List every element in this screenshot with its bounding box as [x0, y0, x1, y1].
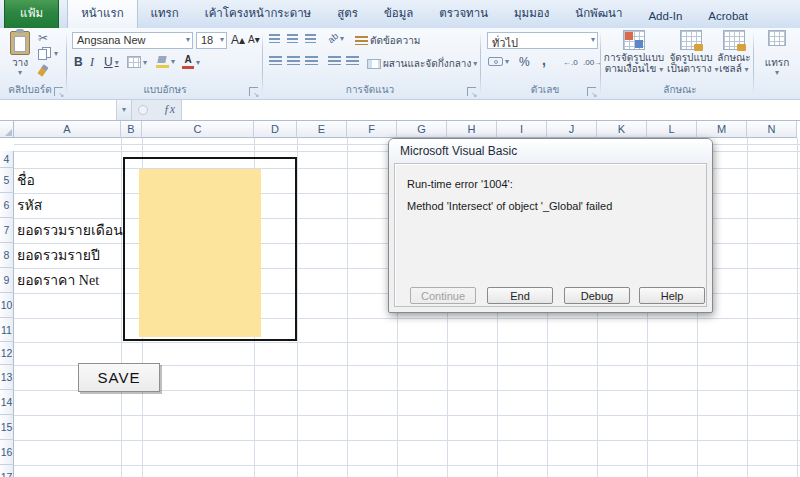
number-format-dropdown-icon[interactable]: ▾	[591, 35, 595, 44]
ribbon-tab-9[interactable]: Acrobat	[695, 5, 761, 28]
format-as-table-button[interactable]: จัดรูปแบบ เป็นตาราง ▾	[667, 30, 715, 75]
fill-color-button[interactable]: ▾	[156, 55, 175, 68]
row-header-6[interactable]: 6	[0, 193, 14, 218]
ribbon-tab-1[interactable]: แทรก	[138, 0, 192, 28]
ribbon-tab-3[interactable]: สูตร	[324, 0, 371, 28]
row-header-10[interactable]: 10	[0, 293, 14, 318]
row-header-14[interactable]: 14	[0, 390, 14, 415]
wrap-text-button[interactable]: ตัดข้อความ	[355, 33, 420, 48]
insert-function-icon[interactable]: ƒx	[164, 102, 175, 117]
column-header-K[interactable]: K	[597, 121, 647, 138]
dialog-button-debug[interactable]: Debug	[564, 287, 630, 304]
row-header-8[interactable]: 8	[0, 243, 14, 268]
column-header-E[interactable]: E	[297, 121, 347, 138]
ribbon-tab-7[interactable]: นักพัฒนา	[562, 0, 635, 28]
accounting-format-button[interactable]: ▾	[488, 57, 509, 66]
align-bottom-button[interactable]	[305, 34, 316, 43]
column-header-A[interactable]: A	[14, 121, 121, 138]
dialog-button-help[interactable]: Help	[639, 287, 705, 304]
row-header-4[interactable]: 4	[0, 151, 14, 168]
comma-style-button[interactable]: ,	[542, 52, 546, 68]
paste-button[interactable]: วาง ▾	[4, 31, 36, 77]
align-left-button[interactable]	[269, 56, 282, 65]
ribbon-tab-2[interactable]: เค้าโครงหน้ากระดาษ	[192, 0, 324, 28]
borders-dropdown-icon[interactable]: ▾	[143, 58, 147, 67]
orientation-dropdown-icon[interactable]: ▾	[340, 34, 344, 43]
underline-button[interactable]: U▾	[104, 55, 119, 69]
align-middle-button[interactable]	[287, 34, 298, 43]
font-color-button[interactable]: A ▾	[182, 55, 200, 69]
cell-A7-text[interactable]: ยอดรวมรายเดือน	[17, 218, 123, 243]
dialog-title[interactable]: Microsoft Visual Basic	[389, 139, 712, 163]
row-header-16[interactable]: 16	[0, 440, 14, 465]
font-dialog-launcher[interactable]: ↘	[249, 87, 258, 96]
dialog-button-end[interactable]: End	[487, 287, 553, 304]
cell-A6-text[interactable]: รหัส	[17, 193, 42, 218]
row-header-17[interactable]: 17	[0, 465, 14, 477]
accounting-dropdown-icon[interactable]: ▾	[505, 57, 509, 66]
bold-button[interactable]: B	[74, 55, 83, 69]
row-header-5[interactable]: 5	[0, 168, 14, 193]
copy-button[interactable]: ▾	[38, 47, 58, 60]
cell-A9-text[interactable]: ยอดราคา Net	[17, 268, 99, 293]
name-box[interactable]	[0, 100, 117, 120]
orientation-button[interactable]: ab ▾	[328, 33, 344, 43]
decrease-indent-button[interactable]	[328, 56, 341, 65]
column-header-N[interactable]: N	[747, 121, 797, 138]
row-header-9[interactable]: 9	[0, 268, 14, 293]
shrink-font-button[interactable]: A▾	[248, 34, 260, 45]
file-tab[interactable]: แฟ้ม	[4, 0, 59, 28]
font-name-combo[interactable]: Angsana New ▾	[72, 32, 193, 49]
row-header-12[interactable]: 12	[0, 342, 14, 365]
merge-center-button[interactable]: ผสานและจัดกึ่งกลาง ▾	[367, 56, 477, 71]
ribbon-tab-0[interactable]: หน้าแรก	[67, 0, 137, 28]
grow-font-button[interactable]: A▴	[231, 33, 245, 47]
increase-indent-button[interactable]	[346, 56, 359, 65]
number-dialog-launcher[interactable]: ↘	[587, 87, 596, 96]
conditional-formatting-button[interactable]: การจัดรูปแบบ ตามเงื่อนไข ▾	[603, 30, 665, 75]
ribbon-tab-4[interactable]: ข้อมูล	[371, 0, 426, 28]
column-header-F[interactable]: F	[347, 121, 397, 138]
align-right-button[interactable]	[305, 56, 318, 65]
fill-color-dropdown-icon[interactable]: ▾	[171, 57, 175, 66]
underline-dropdown-icon[interactable]: ▾	[115, 58, 119, 67]
align-top-button[interactable]	[269, 34, 280, 43]
row-header-13[interactable]: 13	[0, 365, 14, 390]
cut-button[interactable]: ✂	[38, 31, 48, 45]
column-header-I[interactable]: I	[497, 121, 547, 138]
column-header-J[interactable]: J	[547, 121, 597, 138]
cell-styles-button[interactable]: ลักษณะ เซลล์ ▾	[715, 30, 753, 75]
row-header-7[interactable]: 7	[0, 218, 14, 243]
borders-button[interactable]: ▾	[127, 56, 147, 68]
percent-style-button[interactable]: %	[519, 55, 530, 69]
column-header-C[interactable]: C	[142, 121, 254, 138]
ribbon-tab-8[interactable]: Add-In	[635, 5, 695, 28]
insert-cells-button[interactable]: แทรก ▾	[758, 30, 796, 77]
font-size-combo[interactable]: 18 ▾	[196, 32, 227, 49]
font-name-dropdown-icon[interactable]: ▾	[186, 35, 190, 44]
font-color-dropdown-icon[interactable]: ▾	[196, 58, 200, 67]
column-header-H[interactable]: H	[447, 121, 497, 138]
column-header-L[interactable]: L	[647, 121, 697, 138]
increase-decimal-button[interactable]: ←.0	[563, 58, 578, 67]
save-button[interactable]: SAVE	[78, 363, 160, 392]
column-header-D[interactable]: D	[254, 121, 297, 138]
ribbon-tab-5[interactable]: ตรวจทาน	[426, 0, 501, 28]
italic-button[interactable]: I	[90, 55, 94, 70]
select-all-corner[interactable]	[0, 121, 14, 138]
clipboard-dialog-launcher[interactable]: ↘	[54, 87, 63, 96]
column-header-M[interactable]: M	[697, 121, 747, 138]
formula-input[interactable]	[181, 100, 800, 120]
column-header-G[interactable]: G	[397, 121, 447, 138]
ribbon-tab-6[interactable]: มุมมอง	[501, 0, 562, 28]
merge-dropdown-icon[interactable]: ▾	[473, 59, 477, 68]
paste-dropdown-icon[interactable]: ▾	[4, 68, 36, 77]
column-header-B[interactable]: B	[121, 121, 142, 138]
copy-dropdown-icon[interactable]: ▾	[54, 49, 58, 58]
name-box-dropdown[interactable]: ▾	[117, 100, 132, 120]
cell-A5-text[interactable]: ชื่อ	[17, 168, 35, 193]
format-painter-button[interactable]	[40, 65, 46, 76]
alignment-dialog-launcher[interactable]: ↘	[467, 87, 476, 96]
row-header-15[interactable]: 15	[0, 415, 14, 440]
cell-A8-text[interactable]: ยอดรวมรายปี	[17, 243, 100, 268]
